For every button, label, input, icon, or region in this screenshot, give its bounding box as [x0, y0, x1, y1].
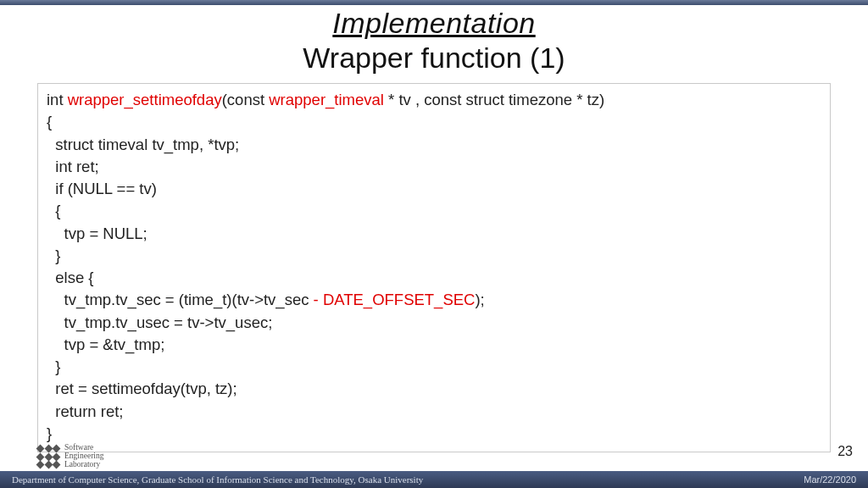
code-text: ); [475, 291, 484, 308]
top-border [0, 0, 868, 5]
code-text: int [47, 91, 68, 108]
slide: Implementation Wrapper function (1) int … [0, 0, 868, 488]
lab-logo-text: Software Engineering Laboratory [64, 444, 103, 469]
code-line: if (NULL == tv) [47, 178, 821, 200]
code-line: int wrapper_settimeofday(const wrapper_t… [47, 89, 821, 111]
code-line: } [47, 423, 821, 445]
lab-logo: Software Engineering Laboratory [37, 444, 103, 469]
code-line: tv_tmp.tv_sec = (time_t)(tv->tv_sec - DA… [47, 289, 821, 311]
footer-bar: Department of Computer Science, Graduate… [0, 471, 868, 488]
code-highlight: - DATE_OFFSET_SEC [314, 291, 476, 308]
title-area: Implementation Wrapper function (1) [0, 7, 868, 75]
code-line: tv_tmp.tv_usec = tv->tv_usec; [47, 312, 821, 334]
footer-affiliation: Department of Computer Science, Graduate… [12, 474, 423, 485]
code-line: else { [47, 267, 821, 289]
code-highlight: wrapper_timeval [269, 91, 384, 108]
page-number: 23 [837, 444, 853, 459]
code-line: tvp = &tv_tmp; [47, 334, 821, 356]
code-highlight: wrapper_settimeofday [68, 91, 222, 108]
code-text: (const [222, 91, 270, 108]
code-text: tv_tmp.tv_sec = (time_t)(tv->tv_sec [47, 291, 314, 308]
slide-title-sub: Wrapper function (1) [0, 42, 868, 75]
code-line: } [47, 356, 821, 378]
lab-logo-icon [37, 446, 59, 468]
code-line: return ret; [47, 401, 821, 423]
code-line: struct timeval tv_tmp, *tvp; [47, 134, 821, 156]
code-text: * tv , const struct timezone * tz) [384, 91, 604, 108]
code-line: } [47, 245, 821, 267]
code-line: int ret; [47, 156, 821, 178]
code-box: int wrapper_settimeofday(const wrapper_t… [37, 83, 831, 452]
code-line: { [47, 200, 821, 222]
footer-date: Mar/22/2020 [804, 474, 856, 485]
code-line: ret = settimeofday(tvp, tz); [47, 378, 821, 400]
slide-title-main: Implementation [0, 7, 868, 40]
code-line: tvp = NULL; [47, 223, 821, 245]
logo-line: Laboratory [64, 461, 103, 469]
code-line: { [47, 111, 821, 133]
